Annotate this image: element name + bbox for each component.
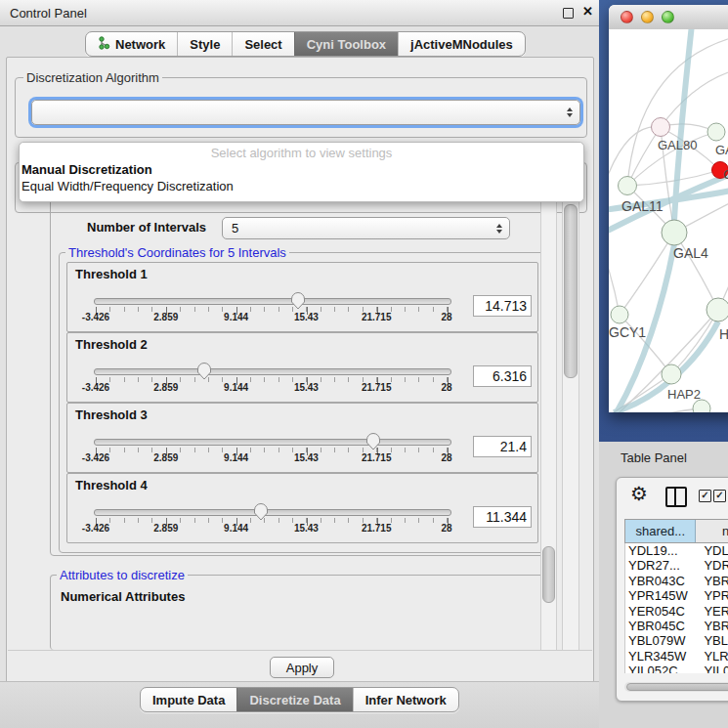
table-row[interactable]: YBL079WYBL0 [625, 633, 728, 648]
node-label: GAL80 [658, 138, 697, 152]
table-row[interactable]: YLR345WYLR3 [625, 649, 728, 664]
node-label: GCY1 [609, 324, 646, 340]
table-panel-title: Table Panel [621, 450, 687, 465]
network-window-titlebar [609, 5, 728, 30]
network-window-frame: GAL80 GA C GAL11 GAL4 GCY1 H HAP2 [599, 0, 728, 442]
slider-tick-labels: -3.4262.859 9.14415.43 21.71528 [96, 523, 447, 535]
threshold-label: Threshold 3 [75, 407, 148, 422]
table-panel: Table Panel ⚙ ✓ ✓ shared... na YDL19...Y… [599, 442, 728, 728]
threshold-3-panel: Threshold 3 -3.4262.859 9.14415.43 21.71… [66, 403, 538, 473]
close-icon[interactable]: ✕ [582, 4, 593, 19]
inner-scrollbar-thumb[interactable] [542, 546, 555, 603]
close-window-icon[interactable] [621, 11, 633, 23]
right-pane: GAL80 GA C GAL11 GAL4 GCY1 H HAP2 Table … [599, 0, 728, 728]
tab-style[interactable]: Style [177, 32, 232, 56]
checkbox-icon[interactable]: ✓ [713, 490, 726, 502]
dropdown-hint: Select algorithm to view settings [20, 146, 583, 160]
threshold-3-value-field[interactable]: 21.4 [473, 436, 532, 457]
apply-button[interactable]: Apply [270, 657, 334, 678]
node-GAL11[interactable] [619, 177, 637, 195]
table-row[interactable]: YDR27...YDR2 [625, 558, 728, 573]
node-H[interactable] [707, 298, 728, 321]
threshold-1-panel: Threshold 1 -3.4262.859 9.14415.43 21.71… [66, 262, 538, 332]
group-label: Threshold's Coordinates for 5 Intervals [65, 245, 289, 260]
slider-tick-labels: -3.4262.859 9.14415.43 21.71528 [96, 452, 447, 464]
node-table: shared... na YDL19...YDL1 YDR27...YDR2 Y… [624, 519, 728, 701]
column-header-shared-name[interactable]: shared... [625, 520, 696, 542]
algorithm-combobox[interactable] [31, 100, 580, 125]
tab-infer-network[interactable]: Infer Network [353, 688, 458, 711]
node-GAL80[interactable] [652, 118, 670, 137]
bottom-tab-bar: Impute Data Discretize Data Infer Networ… [140, 687, 459, 712]
table-row[interactable]: YBR043CYBR0 [625, 574, 728, 588]
slider-tick-labels: -3.4262.859 9.14415.43 21.71528 [96, 312, 447, 323]
threshold-4-value-field[interactable]: 11.344 [473, 506, 532, 528]
tab-network[interactable]: Network [86, 32, 177, 56]
tab-discretize-data[interactable]: Discretize Data [236, 688, 352, 711]
tab-jactivemnodules[interactable]: jActiveMNodules [398, 32, 525, 56]
node-label: GA [715, 143, 728, 157]
table-hscrollbar[interactable] [624, 682, 728, 692]
panel-scrollbar[interactable] [562, 193, 579, 650]
node-GCY1[interactable] [611, 306, 628, 323]
table-row[interactable]: YDL19...YDL1 [625, 543, 728, 558]
threshold-label: Threshold 1 [75, 267, 148, 281]
column-header-name[interactable]: na [696, 520, 728, 542]
node-label: GAL4 [673, 245, 708, 261]
group-label: Attributes to discretize [57, 568, 188, 582]
group-label: Discretization Algorithm [23, 70, 162, 85]
table-panel-box: ⚙ ✓ ✓ shared... na YDL19...YDL1 YDR27...… [616, 477, 728, 702]
table-hscrollbar-thumb[interactable] [626, 683, 728, 691]
columns-icon[interactable] [665, 487, 687, 507]
tab-impute-data[interactable]: Impute Data [141, 688, 236, 711]
node-GA[interactable] [707, 123, 725, 141]
dropdown-option-equal-width[interactable]: Equal Width/Frequency Discretization [21, 179, 234, 193]
minimize-window-icon[interactable] [641, 11, 654, 23]
algorithm-dropdown-popup: Select algorithm to view settings Manual… [19, 142, 584, 202]
node-label: GAL11 [621, 198, 664, 214]
table-row[interactable]: YIL052CYIL0 [625, 664, 728, 673]
network-window: GAL80 GA C GAL11 GAL4 GCY1 H HAP2 [609, 5, 728, 412]
top-tab-bar: Network Style Select Cyni Toolbox jActiv… [85, 31, 526, 57]
node-GAL4[interactable] [662, 220, 687, 245]
inner-scrollbar[interactable] [540, 193, 557, 650]
table-header: shared... na [624, 519, 728, 543]
panel-scrollbar-thumb[interactable] [564, 204, 578, 378]
num-intervals-label: Number of Intervals [87, 220, 206, 235]
num-intervals-combobox[interactable]: 5 [222, 217, 510, 239]
cyni-toolbox-panel: Discretization Algorithm Select algorith… [6, 57, 594, 683]
float-window-icon[interactable] [563, 8, 574, 19]
checkbox-icon[interactable]: ✓ [699, 490, 711, 502]
control-panel-titlebar: Control Panel ✕ [0, 0, 599, 26]
tab-cyni-toolbox[interactable]: Cyni Toolbox [294, 32, 398, 56]
node-label: C [723, 167, 728, 182]
discretization-algorithm-group: Discretization Algorithm [15, 77, 587, 138]
table-row[interactable]: YER054CYER0 [625, 604, 728, 619]
threshold-2-panel: Threshold 2 -3.4262.859 9.14415.43 21.71… [66, 332, 538, 403]
node-HAP2[interactable] [662, 364, 681, 384]
table-row[interactable]: YPR145WYPR1 [625, 588, 728, 603]
threshold-2-value-field[interactable]: 6.316 [473, 365, 532, 387]
table-row[interactable]: YBR045CYBR0 [625, 619, 728, 633]
gear-icon[interactable]: ⚙ [630, 482, 648, 505]
network-icon [98, 36, 110, 53]
tab-select[interactable]: Select [232, 32, 293, 56]
threshold-label: Threshold 2 [75, 337, 148, 352]
attributes-group: Attributes to discretize Numerical Attri… [50, 575, 555, 650]
threshold-1-value-field[interactable]: 14.713 [473, 295, 532, 317]
node-label: H [719, 326, 728, 342]
apply-bar: Apply [8, 650, 592, 682]
numerical-attributes-label: Numerical Attributes [61, 589, 185, 604]
slider-tick-labels: -3.4262.859 9.14415.43 21.71528 [96, 382, 447, 394]
dropdown-option-manual[interactable]: Manual Discretization [21, 162, 152, 177]
combo-arrows-icon [496, 224, 502, 234]
threshold-4-panel: Threshold 4 -3.4262.859 9.14415.43 21.71… [66, 473, 538, 543]
table-rows: YDL19...YDL1 YDR27...YDR2 YBR043CYBR0 YP… [624, 543, 728, 673]
panel-title: Control Panel [10, 6, 87, 21]
node-label: HAP2 [667, 387, 701, 402]
network-canvas[interactable]: GAL80 GA C GAL11 GAL4 GCY1 H HAP2 [609, 29, 728, 412]
zoom-window-icon[interactable] [662, 11, 674, 23]
control-panel: Control Panel ✕ Network Style Select Cyn… [0, 0, 599, 728]
combo-arrows-icon [567, 107, 573, 117]
threshold-label: Threshold 4 [75, 478, 148, 492]
